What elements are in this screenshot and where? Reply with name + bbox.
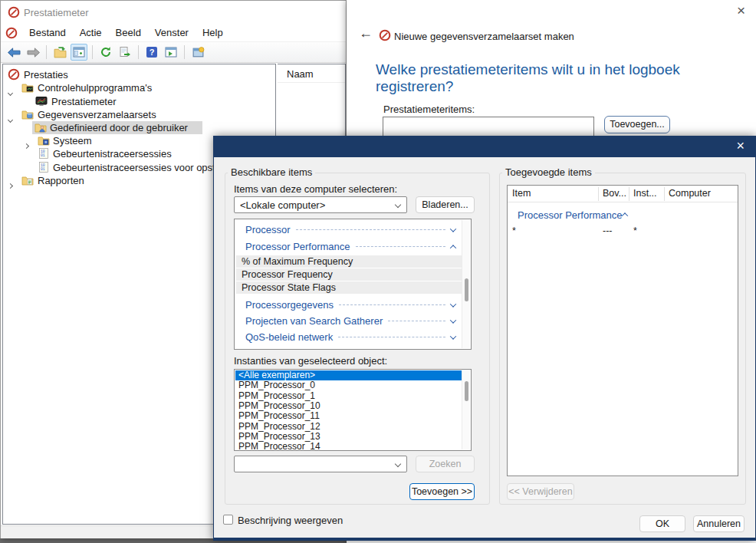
computer-select[interactable]: <Lokale computer> (234, 196, 407, 213)
console-play-icon[interactable] (163, 44, 179, 61)
counter-group-qos[interactable]: QoS-beleid netwerk (235, 329, 455, 345)
chevron-down-icon[interactable] (450, 301, 456, 307)
column-item[interactable]: Item (512, 188, 531, 199)
menu-actie[interactable]: Actie (73, 24, 109, 41)
perfmon-root-icon (8, 68, 20, 81)
counter-group-processorgegevens[interactable]: Processorgegevens (235, 297, 455, 313)
column-header-naam[interactable]: Naam (278, 64, 345, 83)
menu-venster[interactable]: Venster (148, 24, 196, 41)
instances-listbox: <Alle exemplaren> PPM_Processor_0 PPM_Pr… (234, 369, 472, 451)
toolbar-separator (92, 45, 93, 59)
description-checkbox[interactable] (223, 515, 233, 525)
new-window-icon[interactable] (189, 44, 206, 61)
toolbar-separator (46, 45, 47, 59)
counter-group-search-gatherer[interactable]: Projecten van Search Gatherer (235, 313, 455, 329)
window-title: Prestatiemeter (24, 7, 89, 18)
user-folder-icon (35, 121, 47, 133)
add-counters-dialog: × Beschikbare items Items van deze compu… (213, 136, 756, 541)
toolbar-separator (138, 45, 139, 59)
main-titlebar: Prestatiemeter (1, 1, 346, 24)
menu-bestand[interactable]: Bestand (22, 24, 73, 41)
close-icon[interactable]: × (736, 138, 744, 154)
close-icon[interactable]: × (737, 3, 745, 18)
instance-item[interactable]: PPM_Processor_11 (235, 411, 462, 421)
performance-items-label: Prestatiemeteritems: (383, 104, 475, 115)
data-folder-icon (21, 108, 34, 120)
wizard-title: Nieuwe gegevensverzamelaarset maken (394, 31, 574, 42)
chevron-up-icon[interactable] (621, 212, 627, 219)
perfmon-app-icon (8, 6, 20, 18)
monitor-folder-icon (21, 81, 34, 94)
instance-item-selected[interactable]: <Alle exemplaren> (235, 370, 462, 380)
picker-titlebar: × (214, 137, 755, 157)
remove-button[interactable]: << Verwijderen (507, 483, 574, 500)
browse-button[interactable]: Bladeren... (416, 196, 475, 213)
perfmon-dialog-icon (379, 29, 391, 41)
menu-help[interactable]: Help (196, 24, 230, 41)
wizard-add-button[interactable]: Toevoegen... (604, 116, 670, 133)
back-arrow-icon[interactable]: ← (359, 25, 373, 41)
instance-item[interactable]: PPM_Processor_0 (235, 380, 462, 390)
added-row-item[interactable]: * (512, 225, 516, 236)
trace-log-icon: 1001 (38, 147, 50, 160)
counter-group-processor[interactable]: Processor (235, 222, 455, 238)
column-computer[interactable]: Computer (669, 188, 711, 199)
added-row-instance: * (633, 225, 637, 236)
counter-item[interactable]: Processor State Flags (236, 281, 463, 294)
chevron-up-icon[interactable] (450, 245, 456, 251)
counter-group-processor-performance[interactable]: Processor Performance (235, 239, 455, 255)
back-icon[interactable] (5, 44, 22, 61)
show-window-icon[interactable] (71, 44, 87, 61)
svg-text:01: 01 (41, 153, 45, 157)
ok-button[interactable]: OK (639, 515, 685, 532)
toolbar: ? (1, 42, 346, 63)
export-folder-icon[interactable] (51, 44, 68, 61)
added-items-label: Toegevoegde items (502, 166, 595, 178)
svg-text:?: ? (150, 48, 155, 57)
counter-item[interactable]: Processor Frequency (236, 268, 463, 281)
instance-item[interactable]: PPM_Processor_12 (235, 422, 462, 432)
available-items-label: Beschikbare items (228, 166, 315, 178)
counter-item[interactable]: % of Maximum Frequency (236, 255, 463, 268)
scrollbar-thumb[interactable] (465, 278, 468, 301)
instance-item[interactable]: PPM_Processor_14 (235, 442, 462, 451)
forward-icon[interactable] (25, 44, 41, 61)
scrollbar[interactable] (462, 370, 470, 449)
chevron-right-icon[interactable] (8, 178, 12, 191)
refresh-icon[interactable] (97, 44, 114, 61)
system-folder-icon (38, 134, 50, 146)
added-group-processor-performance[interactable]: Processor Performance (508, 207, 735, 222)
chevron-right-icon[interactable] (25, 138, 28, 151)
chevron-down-icon (395, 202, 401, 208)
add-counters-button[interactable]: Toevoegen >> (409, 483, 475, 500)
instance-item[interactable]: PPM_Processor_10 (235, 401, 462, 411)
monitor-icon (35, 95, 48, 107)
instance-item[interactable]: PPM_Processor_13 (235, 432, 462, 442)
chevron-down-icon[interactable] (450, 333, 456, 339)
column-bovenliggend[interactable]: Bov... (603, 188, 626, 199)
chevron-down-icon[interactable] (8, 85, 12, 98)
chevron-down-icon[interactable] (8, 112, 12, 125)
column-instantie[interactable]: Inst... (633, 188, 657, 199)
instance-search-combo[interactable] (234, 456, 407, 472)
chevron-down-icon[interactable] (450, 317, 456, 323)
select-computer-label: Items van deze computer selecteren: (234, 183, 397, 195)
perfmon-menu-icon (5, 27, 18, 39)
help-icon[interactable]: ? (143, 44, 160, 61)
search-input[interactable] (238, 458, 383, 470)
export-list-icon[interactable] (117, 44, 133, 61)
scrollbar-thumb[interactable] (465, 381, 468, 401)
cancel-button[interactable]: Annuleren (693, 515, 744, 532)
scrollbar[interactable] (462, 220, 470, 348)
instance-item[interactable]: PPM_Processor_1 (235, 391, 462, 401)
chevron-down-icon[interactable] (450, 225, 456, 232)
report-folder-icon (21, 174, 34, 186)
added-row-parent: --- (603, 225, 613, 236)
menubar: Bestand Actie Beeld Venster Help (1, 24, 346, 42)
toolbar-separator (184, 45, 185, 59)
search-button[interactable]: Zoeken (416, 456, 475, 472)
description-checkbox-label: Beschrijving weergeven (238, 515, 343, 526)
counters-listbox: Processor Processor Performance % of Max… (234, 219, 472, 350)
svg-text:01: 01 (41, 167, 45, 171)
menu-beeld[interactable]: Beeld (109, 24, 148, 41)
